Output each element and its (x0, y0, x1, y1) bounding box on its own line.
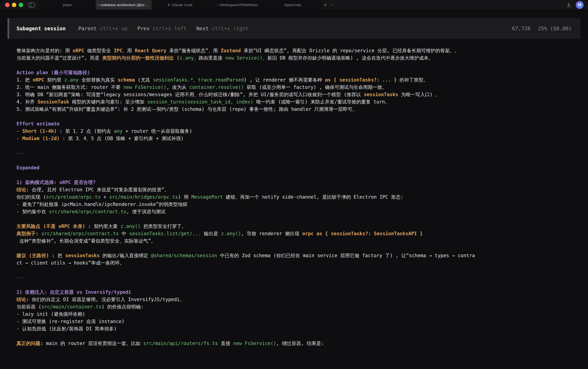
terminal-line: 5. 测试策略从“有测试”升级到“覆盖关键边界”: 补 2 类测试——契约/类型… (17, 105, 578, 113)
terminal-line (17, 171, 578, 179)
terminal-line: 这种“类型修补”, 长期会演变成“看似类型安全、实际靠运气”。 (17, 237, 578, 245)
terminal-line: 建议 (主路径) : 把 sessionTasks 的输出/输入直接绑定 @sh… (17, 252, 578, 259)
avatar[interactable]: M (576, 1, 584, 9)
fullscreen-button[interactable] (19, 3, 23, 7)
terminal-line (17, 157, 578, 164)
tab-label: ..:~/Workspace/PKM/Notes (215, 3, 258, 7)
titlebar-right: M (566, 0, 588, 10)
nav-parent: Parent ctrl+x up (78, 26, 128, 31)
terminal-line: 结论: 你们的自定义 DI 容器足够用, 没必要引入 InversifyJS/t… (17, 296, 578, 303)
terminal-line (17, 281, 578, 288)
terminal-line: 2) 依赖注入: 自定义容器 vs Inversify/typedi (17, 288, 578, 296)
terminal-line: Action plan (最小可落地路径) (17, 69, 578, 76)
terminal-line (17, 266, 578, 274)
terminal-line: ct → client utils → hooks”串成一条闭环。 (17, 259, 578, 266)
tab-label: OpenCode (284, 3, 301, 7)
terminal-line: 2. 统一 main 侧服务获取方式: router 不要 new FsServ… (17, 83, 578, 91)
terminal-line: --- (17, 149, 578, 157)
terminal-line: - 测试可替换 (re-register 会清 instance) (17, 318, 578, 325)
tab-icon: ▪ (98, 3, 99, 7)
tab-overview-glyph (29, 2, 35, 7)
session-stats: 67,728 25% ($0.00) (512, 26, 572, 31)
tab-5[interactable]: OpenCode (265, 0, 321, 10)
new-tab-button[interactable]: + (321, 0, 330, 10)
terminal-line: - 避免了“到处散落 ipcMain.handle/ipcRenderer.in… (17, 201, 578, 208)
terminal-line: - 契约集中在 src/shared/orpc/contract.ts, 便于演… (17, 208, 578, 215)
tab-icon: ✳ (167, 3, 170, 7)
tab-3[interactable]: ✳Claude Code (152, 0, 208, 10)
terminal-line (17, 245, 578, 252)
terminal-line: 当前最大的问题不是“过度设计”, 而是 类型契约与分层的一致性没做到位 (z.a… (17, 54, 578, 62)
terminal-line: - lazy init (避免循环依赖) (17, 310, 578, 318)
terminal-body: 整体架构方向是对的: 用 oRPC 做类型安全 IPC、用 React Quer… (0, 39, 588, 347)
terminal-line: 你们的实现 (src/preload/orpc.ts + src/main/br… (17, 193, 578, 201)
terminal-line: - 认知负担低 (比反射/装饰器 DI 简单得多) (17, 325, 578, 332)
tab-dropdown-chevron-icon[interactable]: ˅ (330, 0, 334, 10)
tab-4[interactable]: ..:~/Workspace/PKM/Notes (208, 0, 265, 10)
tab-2[interactable]: ▪codebase architecture (@oracle... (96, 0, 152, 10)
terminal-line: Expanded (17, 164, 578, 171)
terminal-line (17, 62, 578, 69)
tab-overview-icon[interactable] (27, 0, 39, 10)
terminal-line: 1) 架构模式选择: oRPC 是否合理? (17, 179, 578, 186)
terminal-line: - Short (1-4h) : 第 1、2 点 (契约去 any + rout… (17, 127, 578, 135)
traffic-lights (0, 0, 27, 10)
terminal-line (17, 113, 578, 120)
terminal-line (17, 142, 578, 149)
tab-1[interactable]: pnpm (39, 0, 96, 10)
terminal-line: 4. 补齐 SessionTask 模型的关键约束与索引: 至少增加 sessi… (17, 98, 578, 105)
terminal-line (17, 332, 578, 340)
token-count: 67,728 (512, 26, 530, 31)
terminal-line (17, 215, 578, 223)
tab-label: codebase architecture (@oracle... (100, 3, 150, 7)
terminal-line: 结论: 合理, 且对 Electron IPC 来说是“对复杂度最划算的投资”。 (17, 186, 578, 193)
tab-bar: pnpm▪codebase architecture (@oracle...✳C… (39, 0, 321, 10)
nav-prev: Prev ctrl+x left (137, 26, 187, 31)
terminal-line: 典型例子: src/shared/orpc/contract.ts 中 sess… (17, 230, 578, 237)
context-usage: 25% ($0.00) (538, 26, 572, 31)
minimize-button[interactable] (12, 3, 16, 7)
terminal-line: --- (17, 274, 578, 281)
terminal-line: 主要风险点 (不是 oRPC 本身) : 契约里大量 z.any() 把类型安全… (17, 223, 578, 230)
terminal-line: 真正的问题: main 的 router 层没有贯彻这一套。比如 src/mai… (17, 340, 578, 347)
download-icon[interactable] (566, 2, 571, 8)
terminal-line: 当前容器 (src/main/container.ts) 的价值点很明确: (17, 303, 578, 310)
terminal-line: 1. 把 oRPC 契约里 z.any 全部替换为真实 schema (尤其 s… (17, 76, 578, 83)
close-button[interactable] (5, 3, 10, 7)
session-nav: Parent ctrl+x up Prev ctrl+x left Next c… (78, 26, 249, 31)
session-title: Subagent session (17, 26, 66, 31)
tab-label: Claude Code (172, 3, 193, 7)
nav-next: Next ctrl+x right (196, 26, 249, 31)
terminal-line: Effort estimate (17, 120, 578, 127)
session-header: Subagent session Parent ctrl+x up Prev c… (8, 18, 580, 39)
terminal-line: 3. 明确 DB “新旧两套”策略: 写清楚“legacy sessions/m… (17, 91, 578, 98)
tab-label: pnpm (63, 3, 72, 7)
terminal-window: pnpm▪codebase architecture (@oracle...✳C… (0, 0, 588, 369)
terminal-line: - Medium (1-2d) : 第 3、4、5 点 (DB 策略 + 索引约… (17, 135, 578, 142)
titlebar: pnpm▪codebase architecture (@oracle...✳C… (0, 0, 588, 10)
terminal-line: 整体架构方向是对的: 用 oRPC 做类型安全 IPC、用 React Quer… (17, 47, 578, 54)
